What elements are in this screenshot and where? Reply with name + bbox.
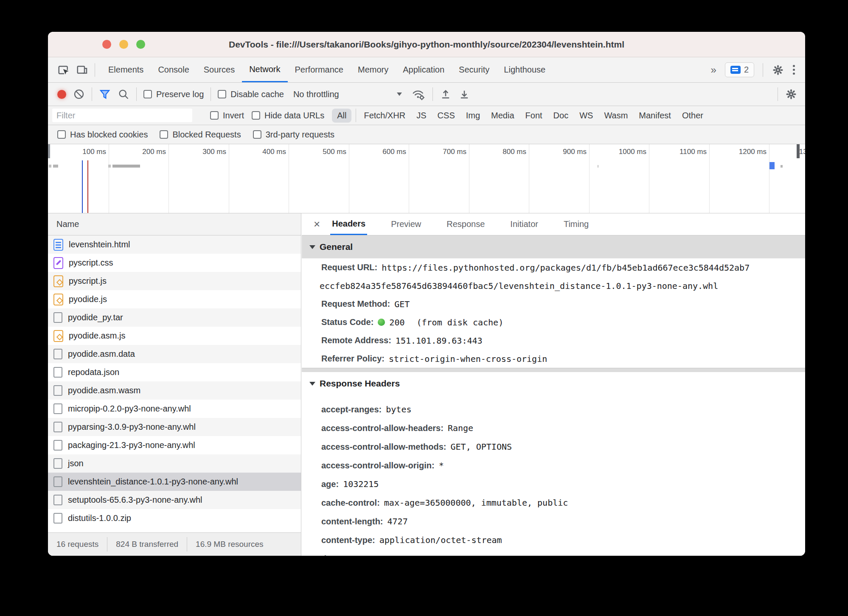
filter-type-wasm[interactable]: Wasm bbox=[601, 109, 631, 123]
export-har-icon[interactable] bbox=[458, 88, 470, 100]
disable-cache-control[interactable]: Disable cache bbox=[218, 90, 284, 99]
chevron-down-icon[interactable] bbox=[397, 92, 402, 98]
network-conditions-icon[interactable] bbox=[411, 88, 426, 101]
tab-security[interactable]: Security bbox=[452, 57, 497, 82]
filter-type-ws[interactable]: WS bbox=[576, 109, 596, 123]
referrer-policy-value: strict-origin-when-cross-origin bbox=[389, 354, 547, 364]
tab-console[interactable]: Console bbox=[151, 57, 196, 82]
filter-input[interactable] bbox=[52, 109, 192, 122]
table-row[interactable]: levenshtein.html bbox=[48, 235, 301, 254]
filter-type-fetch-xhr[interactable]: Fetch/XHR bbox=[360, 109, 409, 123]
request-name: setuptools-65.6.3-py3-none-any.whl bbox=[68, 495, 202, 505]
response-headers-section-header[interactable]: Response Headers bbox=[302, 372, 805, 395]
checkbox[interactable] bbox=[160, 130, 168, 139]
issues-button[interactable]: 2 bbox=[725, 62, 754, 77]
table-row[interactable]: pyodide_py.tar bbox=[48, 308, 301, 327]
table-row[interactable]: pyscript.css bbox=[48, 254, 301, 272]
tab-sources[interactable]: Sources bbox=[197, 57, 242, 82]
zoom-window-button[interactable] bbox=[136, 40, 145, 49]
record-button[interactable] bbox=[57, 90, 66, 99]
detail-tab-timing[interactable]: Timing bbox=[562, 213, 590, 235]
general-section-header[interactable]: General bbox=[302, 235, 805, 258]
table-row[interactable]: distutils-1.0.0.zip bbox=[48, 509, 301, 527]
ruler-tick-label: 900 ms bbox=[522, 148, 587, 156]
detail-tab-headers[interactable]: Headers bbox=[330, 213, 367, 235]
filter-type-js[interactable]: JS bbox=[413, 109, 430, 123]
filter-type-doc[interactable]: Doc bbox=[550, 109, 572, 123]
divider bbox=[778, 87, 778, 101]
inspect-element-icon[interactable] bbox=[57, 64, 70, 76]
table-row[interactable]: micropip-0.2.0-py3-none-any.whl bbox=[48, 400, 301, 418]
invert-control[interactable]: Invert bbox=[210, 111, 244, 120]
table-row[interactable]: pyodide.asm.wasm bbox=[48, 381, 301, 400]
ruler-tick-label: 1100 ms bbox=[642, 148, 707, 156]
network-overview-timeline[interactable]: 100 ms200 ms300 ms400 ms500 ms600 ms700 … bbox=[48, 144, 805, 213]
filter-type-font[interactable]: Font bbox=[522, 109, 546, 123]
invert-checkbox[interactable] bbox=[210, 111, 219, 120]
file-file-icon bbox=[53, 440, 62, 451]
table-row[interactable]: json bbox=[48, 454, 301, 473]
option-blocked-requests[interactable]: Blocked Requests bbox=[160, 130, 241, 140]
network-main-area: Name levenshtein.htmlpyscript.csspyscrip… bbox=[48, 213, 805, 556]
filter-type-manifest[interactable]: Manifest bbox=[635, 109, 674, 123]
option-3rd-party-requests[interactable]: 3rd-party requests bbox=[253, 130, 334, 140]
header-name: access-control-allow-methods: bbox=[321, 442, 446, 452]
hide-data-urls-checkbox[interactable] bbox=[252, 111, 260, 120]
table-row[interactable]: packaging-21.3-py3-none-any.whl bbox=[48, 436, 301, 454]
search-icon[interactable] bbox=[118, 88, 129, 100]
tab-network[interactable]: Network bbox=[242, 57, 287, 82]
header-name: access-control-allow-origin: bbox=[321, 461, 435, 470]
kebab-menu-icon[interactable] bbox=[793, 65, 795, 75]
waterfall-mark bbox=[82, 160, 83, 213]
table-row[interactable]: setuptools-65.6.3-py3-none-any.whl bbox=[48, 491, 301, 509]
network-settings-gear-icon[interactable] bbox=[785, 88, 797, 101]
window-titlebar: DevTools - file:///Users/takanori/Books/… bbox=[48, 32, 805, 57]
divider bbox=[211, 87, 211, 101]
import-har-icon[interactable] bbox=[440, 88, 452, 100]
close-icon[interactable]: × bbox=[302, 213, 330, 235]
table-row[interactable]: pyodide.js bbox=[48, 290, 301, 308]
checkbox[interactable] bbox=[57, 130, 66, 139]
option-has-blocked-cookies[interactable]: Has blocked cookies bbox=[57, 130, 148, 140]
status-code-row: Status Code: 200 (from disk cache) bbox=[302, 313, 805, 331]
table-row[interactable]: repodata.json bbox=[48, 363, 301, 381]
header-name: accept-ranges: bbox=[321, 405, 382, 414]
detail-tab-initiator[interactable]: Initiator bbox=[508, 213, 540, 235]
settings-gear-icon[interactable] bbox=[772, 64, 784, 76]
request-name: packaging-21.3-py3-none-any.whl bbox=[68, 440, 195, 450]
table-row[interactable]: pyscript.js bbox=[48, 272, 301, 290]
preserve-log-checkbox[interactable] bbox=[143, 90, 152, 98]
hide-data-urls-control[interactable]: Hide data URLs bbox=[252, 111, 324, 120]
checkbox[interactable] bbox=[253, 130, 261, 139]
header-name: content-length: bbox=[321, 517, 383, 526]
preserve-log-control[interactable]: Preserve log bbox=[143, 90, 204, 99]
header-name: date: bbox=[321, 554, 342, 556]
filter-type-other[interactable]: Other bbox=[679, 109, 707, 123]
minimize-window-button[interactable] bbox=[119, 40, 128, 49]
tab-application[interactable]: Application bbox=[396, 57, 452, 82]
close-window-button[interactable] bbox=[102, 40, 111, 49]
filter-funnel-icon[interactable] bbox=[99, 88, 111, 100]
tab-memory[interactable]: Memory bbox=[351, 57, 396, 82]
disable-cache-checkbox[interactable] bbox=[218, 90, 226, 98]
tab-performance[interactable]: Performance bbox=[288, 57, 351, 82]
detail-tab-preview[interactable]: Preview bbox=[389, 213, 423, 235]
clear-icon[interactable] bbox=[73, 88, 85, 100]
throttling-dropdown[interactable]: No throttling bbox=[293, 90, 339, 99]
device-toolbar-icon[interactable] bbox=[76, 64, 89, 76]
table-row[interactable]: pyparsing-3.0.9-py3-none-any.whl bbox=[48, 418, 301, 436]
filter-type-media[interactable]: Media bbox=[488, 109, 517, 123]
table-row[interactable]: pyodide.asm.js bbox=[48, 327, 301, 345]
tab-lighthouse[interactable]: Lighthouse bbox=[497, 57, 553, 82]
name-column-header[interactable]: Name bbox=[48, 213, 301, 235]
detail-tab-response[interactable]: Response bbox=[445, 213, 486, 235]
table-row[interactable]: pyodide.asm.data bbox=[48, 345, 301, 363]
table-row[interactable]: levenshtein_distance-1.0.1-py3-none-any.… bbox=[48, 473, 301, 491]
filter-type-img[interactable]: Img bbox=[463, 109, 483, 123]
more-tabs-icon[interactable]: » bbox=[711, 64, 716, 76]
filter-type-all[interactable]: All bbox=[332, 109, 351, 123]
waterfall-mark bbox=[49, 165, 51, 168]
tab-elements[interactable]: Elements bbox=[101, 57, 151, 82]
filter-type-css[interactable]: CSS bbox=[434, 109, 458, 123]
status-code-note: (from disk cache) bbox=[416, 317, 503, 328]
